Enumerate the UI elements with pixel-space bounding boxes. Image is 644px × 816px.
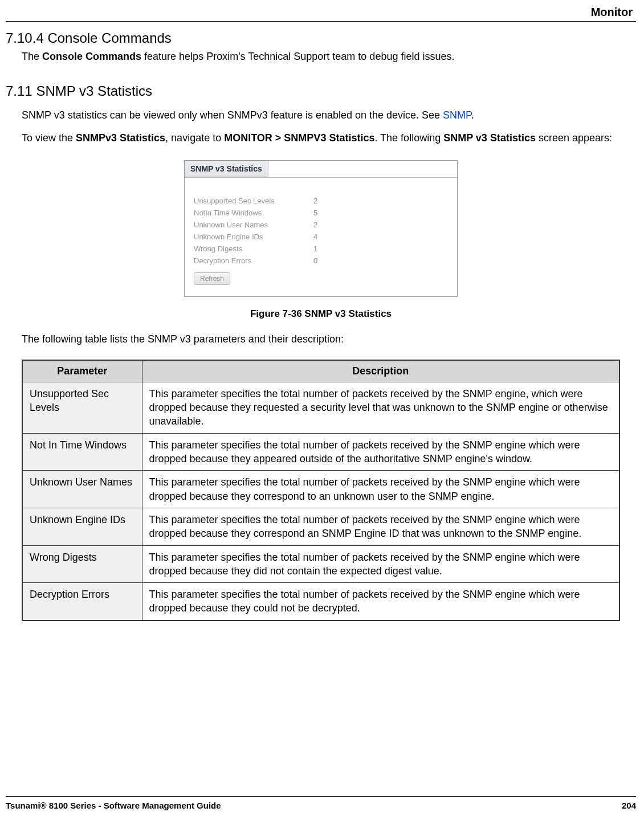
stat-row: NotIn Time Windows5	[194, 207, 448, 219]
param-cell: Wrong Digests	[22, 545, 142, 583]
footer-title: Tsunami® 8100 Series - Software Manageme…	[6, 801, 221, 810]
refresh-button[interactable]: Refresh	[194, 272, 230, 285]
stat-value: 2	[313, 221, 331, 229]
footer-page-number: 204	[622, 801, 636, 810]
table-header-description: Description	[142, 360, 619, 382]
table-row: Wrong DigestsThis parameter specifies th…	[22, 545, 619, 583]
text: , navigate to	[165, 132, 224, 144]
table-row: Unknown Engine IDsThis parameter specifi…	[22, 508, 619, 545]
desc-cell: This parameter specifies the total numbe…	[142, 433, 619, 471]
stat-row: Unknown Engine IDs4	[194, 231, 448, 243]
stat-label: Unknown User Names	[194, 221, 313, 229]
parameter-table: Parameter Description Unsupported Sec Le…	[22, 360, 620, 621]
param-cell: Decryption Errors	[22, 583, 142, 621]
text: . The following	[374, 132, 443, 144]
text: .	[471, 109, 474, 121]
figure-tab[interactable]: SNMP v3 Statistics	[185, 161, 268, 177]
text: screen appears:	[536, 132, 612, 144]
table-row: Unknown User NamesThis parameter specifi…	[22, 471, 619, 508]
text: To view the	[22, 132, 76, 144]
text-bold: SNMPv3 Statistics	[76, 132, 165, 144]
header-rule	[6, 21, 636, 22]
stat-value: 2	[313, 197, 331, 205]
heading-snmp-stats: 7.11 SNMP v3 Statistics	[6, 83, 636, 99]
footer-rule	[6, 796, 636, 797]
desc-cell: This parameter specifies the total numbe…	[142, 583, 619, 621]
snmp-intro-2: To view the SNMPv3 Statistics, navigate …	[22, 131, 636, 145]
figure-tabbar: SNMP v3 Statistics	[185, 161, 457, 178]
stat-label: Unknown Engine IDs	[194, 232, 313, 241]
snmp-link[interactable]: SNMP	[443, 109, 471, 121]
figure-caption: Figure 7-36 SNMP v3 Statistics	[6, 308, 636, 320]
text-bold: SNMP v3 Statistics	[443, 132, 536, 144]
stat-row: Decryption Errors0	[194, 255, 448, 267]
table-intro: The following table lists the SNMP v3 pa…	[22, 332, 636, 346]
stat-row: Unsupported Sec Levels2	[194, 195, 448, 207]
figure-snmp-stats: SNMP v3 Statistics Unsupported Sec Level…	[184, 160, 458, 297]
stat-label: Decryption Errors	[194, 256, 313, 265]
stat-label: Wrong Digests	[194, 244, 313, 253]
param-cell: Unknown Engine IDs	[22, 508, 142, 545]
stat-row: Unknown User Names2	[194, 219, 448, 231]
desc-cell: This parameter specifies the total numbe…	[142, 382, 619, 433]
stat-value: 0	[313, 256, 331, 265]
heading-console-commands: 7.10.4 Console Commands	[6, 30, 636, 46]
page-header-section: Monitor	[6, 6, 636, 19]
stat-value: 5	[313, 209, 331, 217]
stat-label: NotIn Time Windows	[194, 209, 313, 217]
table-row: Not In Time WindowsThis parameter specif…	[22, 433, 619, 471]
page-footer: Tsunami® 8100 Series - Software Manageme…	[6, 785, 636, 810]
figure-body: Unsupported Sec Levels2 NotIn Time Windo…	[185, 178, 457, 296]
desc-cell: This parameter specifies the total numbe…	[142, 508, 619, 545]
desc-cell: This parameter specifies the total numbe…	[142, 545, 619, 583]
stat-value: 1	[313, 244, 331, 253]
table-row: Unsupported Sec LevelsThis parameter spe…	[22, 382, 619, 433]
text-bold: Console Commands	[42, 51, 141, 62]
stat-row: Wrong Digests1	[194, 243, 448, 255]
table-row: Decryption ErrorsThis parameter specifie…	[22, 583, 619, 621]
text: feature helps Proxim's Technical Support…	[141, 51, 454, 62]
param-cell: Unknown User Names	[22, 471, 142, 508]
stat-label: Unsupported Sec Levels	[194, 197, 313, 205]
table-header-parameter: Parameter	[22, 360, 142, 382]
desc-cell: This parameter specifies the total numbe…	[142, 471, 619, 508]
snmp-intro-1: SNMP v3 statistics can be viewed only wh…	[22, 108, 636, 122]
text: SNMP v3 statistics can be viewed only wh…	[22, 109, 443, 121]
param-cell: Not In Time Windows	[22, 433, 142, 471]
text-bold: MONITOR > SNMPV3 Statistics	[224, 132, 374, 144]
text: The	[22, 51, 42, 62]
param-cell: Unsupported Sec Levels	[22, 382, 142, 433]
stat-value: 4	[313, 232, 331, 241]
console-commands-intro: The Console Commands feature helps Proxi…	[22, 51, 636, 63]
